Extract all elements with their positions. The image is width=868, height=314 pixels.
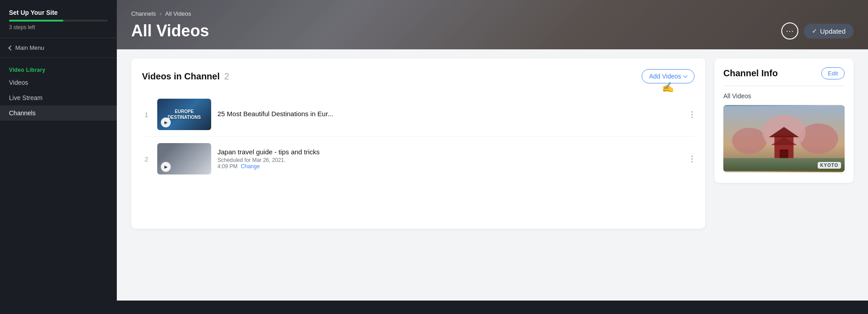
add-videos-button[interactable]: Add Videos [642,69,695,83]
channel-info-title: Channel Info [723,68,778,78]
sidebar-item-videos[interactable]: Videos [0,75,117,90]
main-area: Channels › All Videos All Videos ··· ✓ U… [117,0,868,314]
change-link[interactable]: Change [241,163,260,170]
table-row: 2 ▶ Japan travel guide - tips and tricks… [142,137,695,181]
channel-thumbnail: KYOTO [723,105,845,172]
breadcrumb-current: All Videos [165,10,191,17]
video-list: 1 EUROPEDESTINATIONS ▶ 25 Most Beautiful… [142,92,695,181]
channel-logo: KYOTO [818,162,841,169]
chevron-down-icon [683,74,688,78]
dot [691,111,693,113]
page-title-row: All Videos ··· ✓ Updated [131,22,854,40]
progress-bar [9,20,108,22]
progress-fill [9,20,63,22]
main-menu-label: Main Menu [15,44,44,51]
main-menu-link[interactable]: Main Menu [9,44,108,51]
content-area: Videos in Channel 2 Add Videos ✍ 1 [117,49,868,301]
svg-point-1 [732,128,766,154]
updated-label: Updated [820,27,846,35]
steps-left: 3 steps left [9,24,108,31]
breadcrumb-parent[interactable]: Channels [131,10,156,17]
video-thumbnail: ▶ [157,143,211,174]
sidebar-item-channels[interactable]: Channels [0,105,117,121]
chevron-left-icon [8,45,13,50]
video-info: Japan travel guide - tips and tricks Sch… [217,148,683,170]
edit-button[interactable]: Edit [821,67,845,79]
setup-section: Set Up Your Site 3 steps left [0,0,117,38]
add-videos-container: Add Videos ✍ [642,69,695,83]
panel-title: Videos in Channel 2 [142,71,229,82]
dot [691,158,693,160]
check-icon: ✓ [812,27,817,35]
header-actions: ··· ✓ Updated [781,22,854,39]
video-thumbnail: EUROPEDESTINATIONS ▶ [157,99,211,130]
video-num: 1 [142,111,151,118]
setup-title: Set Up Your Site [9,9,108,16]
add-videos-label: Add Videos [649,73,681,80]
time-text: 4:09 PM [217,163,238,170]
channel-thumb-inner: KYOTO [723,105,845,172]
updated-button[interactable]: ✓ Updated [804,24,854,39]
channel-all-videos-label: All Videos [723,92,845,100]
dot [691,156,693,157]
video-info: 25 Most Beautiful Destinations in Eur... [217,110,683,119]
thumb-label: EUROPEDESTINATIONS [168,109,201,120]
europe-thumb: EUROPEDESTINATIONS ▶ [157,99,211,130]
more-button[interactable]: ··· [781,22,798,39]
video-scheduled: Scheduled for Mar 26, 2021. 4:09 PM Chan… [217,157,683,170]
panel-header: Videos in Channel 2 Add Videos ✍ [142,69,695,83]
video-more-button[interactable] [690,109,695,120]
page-header: Channels › All Videos All Videos ··· ✓ U… [117,0,868,49]
breadcrumb-separator: › [159,10,162,17]
breadcrumb: Channels › All Videos [131,10,854,17]
video-title: 25 Most Beautiful Destinations in Eur... [217,110,683,118]
panel-count: 2 [224,71,229,82]
play-icon[interactable]: ▶ [161,118,171,127]
video-num: 2 [142,155,151,163]
japan-thumb: ▶ [157,143,211,174]
svg-rect-8 [779,149,788,158]
video-more-button[interactable] [690,154,695,164]
scheduled-text: Scheduled for Mar 26, 2021. [217,157,285,163]
sidebar-nav: Video Library Videos Live Stream Channel… [0,58,117,126]
panel-title-text: Videos in Channel [142,71,220,82]
channel-panel-header: Channel Info Edit [723,67,845,86]
dot [691,114,693,115]
channel-panel: Channel Info Edit All Videos [714,58,854,183]
sidebar-item-live-stream[interactable]: Live Stream [0,90,117,105]
sidebar: Set Up Your Site 3 steps left Main Menu … [0,0,117,314]
nav-section-label: Video Library [0,63,117,75]
table-row: 1 EUROPEDESTINATIONS ▶ 25 Most Beautiful… [142,92,695,137]
page-title: All Videos [131,22,209,40]
video-title: Japan travel guide - tips and tricks [217,148,683,156]
dot [691,117,693,118]
dot [691,161,693,162]
main-menu-section[interactable]: Main Menu [0,38,117,58]
play-icon[interactable]: ▶ [161,162,171,172]
videos-panel: Videos in Channel 2 Add Videos ✍ 1 [131,58,705,229]
